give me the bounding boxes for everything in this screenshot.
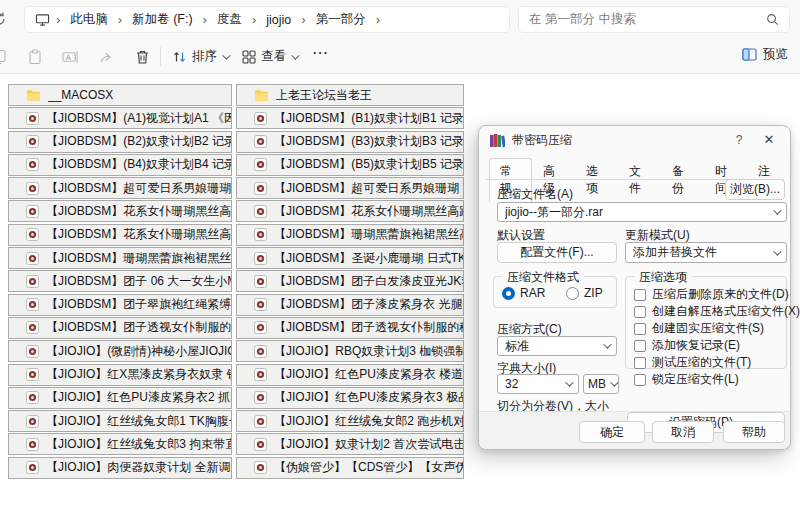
breadcrumb-segment[interactable]: jiojio: [262, 11, 295, 29]
breadcrumb-segment[interactable]: 新加卷 (F:): [128, 9, 196, 30]
checkbox-unchecked-icon: [634, 340, 646, 352]
search-icon[interactable]: [766, 13, 779, 26]
close-icon[interactable]: ✕: [760, 131, 778, 149]
file-item[interactable]: 【JIOJIO】红丝绒兔女郎1 TK胸腹+手肘缚 绑...: [8, 410, 232, 432]
file-name: 【JIOBDSM】团子漆皮紧身衣 光腿 调教椅炮...: [274, 296, 463, 313]
folder-item[interactable]: __MACOSX: [8, 84, 232, 106]
method-combobox[interactable]: 标准: [497, 336, 617, 356]
file-item[interactable]: 【伪娘管少】【CDS管少】【女声伪娘JIOJIO...: [236, 457, 464, 479]
location-monitor-icon: [35, 13, 50, 27]
format-zip-radio[interactable]: ZIP: [566, 286, 603, 300]
copy-icon[interactable]: [0, 48, 8, 65]
file-name: 【JIOBDSM】珊瑚黑蕾旗袍裙黑丝高跟 椅子...: [46, 250, 231, 267]
file-name: 【伪娘管少】【CDS管少】【女声伪娘JIOJIO...: [274, 459, 463, 476]
file-item[interactable]: 【JIOJIO】红色PU漆皮紧身衣 楼道尾随跟踪...: [236, 364, 464, 386]
breadcrumb[interactable]: ›此电脑›新加卷 (F:)›度盘›jiojio›第一部分›: [24, 6, 510, 33]
file-item[interactable]: 【JIOJIO】红色PU漆皮紧身衣3 极品肉便器变...: [236, 387, 464, 409]
file-item[interactable]: 【JIOBDSM】珊瑚黑蕾旗袍裙黑丝高跟 椅子...: [8, 247, 232, 269]
file-name: 【JIOBDSM】(B2)奴隶计划B2 记录真实SM...: [46, 133, 231, 150]
file-item[interactable]: 【JIOJIO】肉便器奴隶计划 全新调教室！ 白...: [8, 457, 232, 479]
dialog-help-icon[interactable]: ?: [730, 131, 748, 149]
file-name: 【JIOJIO】红色PU漆皮紧身衣 楼道尾随跟踪...: [274, 366, 463, 383]
paste-icon[interactable]: [26, 48, 43, 65]
file-item[interactable]: 【JIOBDSM】圣诞小鹿珊瑚 日式TK 马具口球...: [236, 247, 464, 269]
method-value: 标准: [505, 338, 529, 355]
file-item[interactable]: 【JIOBDSM】团子透视女仆制服的秘密 皮革...: [236, 317, 464, 339]
preview-toggle[interactable]: 预览: [742, 46, 788, 63]
file-item[interactable]: 【JIOJIO】RBQ奴隶计划3 枷锁强制跪囚禁对...: [236, 340, 464, 362]
file-item[interactable]: 【JIOBDSM】团子透视女仆制服的秘密 黑丝...: [8, 317, 232, 339]
compression-option-checkbox[interactable]: 压缩后删除原来的文件(D): [634, 286, 786, 303]
dictionary-unit-combobox[interactable]: MB: [583, 374, 619, 394]
cancel-button[interactable]: 取消: [652, 421, 714, 443]
file-item[interactable]: 【JIOBDSM】团子翠旗袍红绳紧缚调教 黑丝...: [8, 294, 232, 316]
file-item[interactable]: 【JIOJIO】(微剧情)神秘小屋JIOJIO调教绝美T...: [8, 340, 232, 362]
ok-button[interactable]: 确定: [579, 421, 645, 443]
file-item[interactable]: 【JIOJIO】红色PU漆皮紧身衣2 抓回极品肉便...: [8, 387, 232, 409]
file-item[interactable]: 【JIOBDSM】(B2)奴隶计划B2 记录真实SM...: [8, 131, 232, 153]
media-file-icon: [26, 135, 39, 148]
file-item[interactable]: 【JIOBDSM】花系女仆珊瑚黑丝高跟 单手套...: [236, 200, 464, 222]
compression-option-checkbox[interactable]: 测试压缩的文件(T): [634, 354, 786, 371]
file-name: 【JIOJIO】肉便器奴隶计划 全新调教室！ 白...: [46, 459, 231, 476]
profiles-button[interactable]: 配置文件(F)...: [497, 242, 617, 263]
breadcrumb-segment[interactable]: 第一部分: [312, 9, 370, 30]
file-item[interactable]: 【JIOJIO】红X黑漆皮紧身衣奴隶 锁链互连 放...: [8, 364, 232, 386]
update-mode-combobox[interactable]: 添加并替换文件: [625, 242, 787, 263]
file-item[interactable]: 【JIOBDSM】超可爱日系男娘珊瑚 蓝白红高...: [236, 177, 464, 199]
view-button[interactable]: 查看: [242, 46, 297, 67]
folder-item[interactable]: 上老王论坛当老王: [236, 84, 464, 106]
file-name: 【JIOJIO】红丝绒兔女郎2 跑步机对镜训练惩...: [274, 413, 463, 430]
file-item[interactable]: 【JIOBDSM】团子 06 大一女生小M 白发漆...: [8, 270, 232, 292]
breadcrumb-segment[interactable]: 此电脑: [66, 9, 112, 30]
file-name: 【JIOJIO】红X黑漆皮紧身衣奴隶 锁链互连 放...: [46, 366, 231, 383]
delete-icon[interactable]: [134, 48, 151, 65]
media-file-icon: [26, 321, 39, 334]
file-item[interactable]: 【JIOJIO】奴隶计划2 首次尝试电击困笼锁 白...: [236, 433, 464, 455]
file-item[interactable]: 【JIOJIO】红丝绒兔女郎2 跑步机对镜训练惩...: [236, 410, 464, 432]
file-item[interactable]: 【JIOBDSM】团子漆皮紧身衣 光腿 调教椅炮...: [236, 294, 464, 316]
browse-button[interactable]: 浏览(B)...: [725, 179, 785, 200]
file-item[interactable]: 【JIOBDSM】超可爱日系男娘珊瑚 蓝白红高...: [8, 177, 232, 199]
dictionary-size-combobox[interactable]: 32: [497, 374, 579, 394]
compression-option-checkbox[interactable]: 添加恢复记录(E): [634, 337, 786, 354]
media-file-icon: [26, 112, 39, 125]
file-item[interactable]: 【JIOBDSM】(B3)奴隶计划B3 记录真实SM...: [236, 131, 464, 153]
format-rar-radio[interactable]: RAR: [502, 286, 545, 300]
file-list-column-1: __MACOSX【JIOBDSM】(A1)视觉计划A1 《因与欲》新...【JI…: [8, 84, 232, 480]
search-box[interactable]: 在 第一部分 中搜索: [518, 6, 790, 33]
file-item[interactable]: 【JIOBDSM】花系女仆珊瑚黑丝高跟 K9囚禁 ...: [8, 200, 232, 222]
file-item[interactable]: 【JIOJIO】红丝绒兔女郎3 拘束带直腿单手套...: [8, 433, 232, 455]
rename-icon[interactable]: A: [62, 48, 79, 65]
file-item[interactable]: 【JIOBDSM】(B1)奴隶计划B1 记录真实SM...: [236, 107, 464, 129]
media-file-icon: [254, 252, 267, 265]
share-icon[interactable]: [98, 48, 115, 65]
file-item[interactable]: 【JIOBDSM】花系女仆珊瑚黑丝高跟 微剧情 ...: [8, 224, 232, 246]
file-item[interactable]: 【JIOBDSM】(A1)视觉计划A1 《因与欲》新...: [8, 107, 232, 129]
breadcrumb-segment[interactable]: 度盘: [213, 9, 246, 30]
compression-option-checkbox[interactable]: 锁定压缩文件(L): [634, 371, 786, 388]
media-file-icon: [26, 345, 39, 358]
archive-name-combobox[interactable]: jiojio--第一部分.rar: [497, 202, 787, 222]
more-options-button[interactable]: ⋯: [312, 43, 329, 62]
dialog-titlebar[interactable]: 带密码压缩 ? ✕: [479, 126, 790, 154]
file-name: 【JIOBDSM】珊瑚黑蕾旗袍裙黑丝高跟 红绳T...: [274, 226, 463, 243]
file-name: 【JIOBDSM】(B1)奴隶计划B1 记录真实SM...: [274, 110, 463, 127]
media-file-icon: [26, 205, 39, 218]
file-item[interactable]: 【JIOBDSM】珊瑚黑蕾旗袍裙黑丝高跟 红绳T...: [236, 224, 464, 246]
file-item[interactable]: 【JIOBDSM】(B4)奴隶计划B4 记录真实SM...: [8, 154, 232, 176]
file-item[interactable]: 【JIOBDSM】(B5)奴隶计划B5 记录真实SM...: [236, 154, 464, 176]
tab-文件[interactable]: 文件: [618, 158, 661, 202]
compression-option-checkbox[interactable]: 创建固实压缩文件(S): [634, 320, 786, 337]
file-item[interactable]: 【JIOBDSM】团子白发漆皮亚光JK套装 新女...: [236, 270, 464, 292]
breadcrumb-chevron-icon: ›: [197, 12, 213, 27]
file-name: 【JIOBDSM】超可爱日系男娘珊瑚 蓝白红高...: [46, 180, 231, 197]
help-button[interactable]: 帮助: [723, 421, 785, 443]
dictionary-size-value: 32: [505, 377, 518, 391]
refresh-icon[interactable]: [0, 11, 7, 31]
compression-option-checkbox[interactable]: 创建自解压格式压缩文件(X): [634, 303, 786, 320]
checkbox-label: 添加恢复记录(E): [652, 337, 740, 354]
sort-button[interactable]: 排序: [172, 46, 228, 67]
tab-选项[interactable]: 选项: [575, 158, 618, 202]
tab-备份[interactable]: 备份: [661, 158, 704, 202]
